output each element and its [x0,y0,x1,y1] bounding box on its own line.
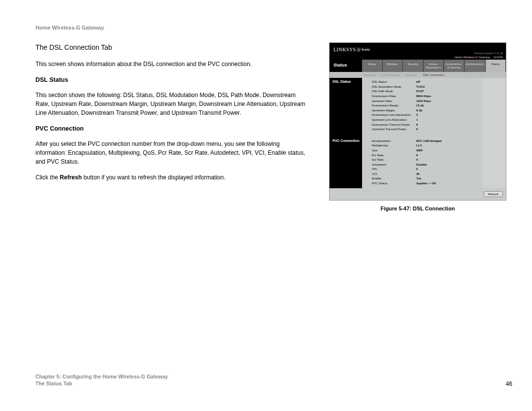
help-column [482,78,506,188]
pvc-fields: Encapsulation:RFC 1483 Bridged Multiplex… [372,139,480,186]
refresh-button[interactable]: Refresh [484,191,503,197]
footer-chapter: Chapter 5: Configuring the Home Wireless… [35,373,168,380]
main-tabs: Status Setup Wireless Security Access Re… [330,60,506,72]
pvc-connection-body: After you select the PVC connection numb… [35,139,311,166]
left-pvc-connection: PVC Connection [330,137,362,144]
linksys-logo: LINKSYS [333,47,356,52]
figure-column: LINKSYS @ home Firmware Version: 0.01.36… [329,42,506,211]
page-footer: Chapter 5: Configuring the Home Wireless… [35,373,512,387]
dsl-fields: DSL Status:UP DSL Modulation Mode:T1413 … [372,80,480,132]
doc-header: Home Wireless-G Gateway [35,25,512,31]
tab-status[interactable]: Status [486,60,506,72]
tab-admin[interactable]: Administration [465,60,486,72]
router-header: LINKSYS @ home Firmware Version: 0.01.36 [330,43,506,56]
subtab-dsl[interactable]: DSL Connection [423,73,444,76]
text-column: The DSL Connection Tab This screen shows… [35,42,311,189]
pvc-connection-heading: PVC Connection [35,124,311,134]
tab-setup[interactable]: Setup [362,60,383,72]
page-title: The DSL Connection Tab [35,42,311,53]
home-sublogo: @ home [357,47,370,52]
left-dsl-status: DSL Status [330,78,362,85]
tab-apps[interactable]: Applications & Gaming [444,60,465,72]
router-admin-screenshot: LINKSYS @ home Firmware Version: 0.01.36… [329,42,506,201]
refresh-instruction: Click the Refresh button if you want to … [35,173,311,182]
subtab-local[interactable]: Local Network [381,73,400,76]
sub-tabs: Gateway Local Network Wireless DSL Conne… [330,72,506,78]
tab-security[interactable]: Security [403,60,424,72]
subtab-wireless[interactable]: Wireless [406,73,417,76]
tab-wireless[interactable]: Wireless [383,60,403,72]
tab-access[interactable]: Access Restrictions [424,60,444,72]
dsl-status-heading: DSL Status [35,75,311,85]
firmware-version: Firmware Version: 0.01.36 [474,52,503,55]
status-title: Status [330,60,362,72]
page-number: 46 [506,380,512,387]
dsl-status-body: This section shows the following: DSL St… [35,91,311,117]
model-bar: Home Wireless-G Gateway HG200 [330,56,506,60]
subtab-gateway[interactable]: Gateway [364,73,376,76]
figure-caption: Figure 5-47: DSL Connection [329,206,506,211]
intro-paragraph: This screen shows information about the … [35,60,311,68]
footer-subsection: The Status Tab [35,380,168,387]
